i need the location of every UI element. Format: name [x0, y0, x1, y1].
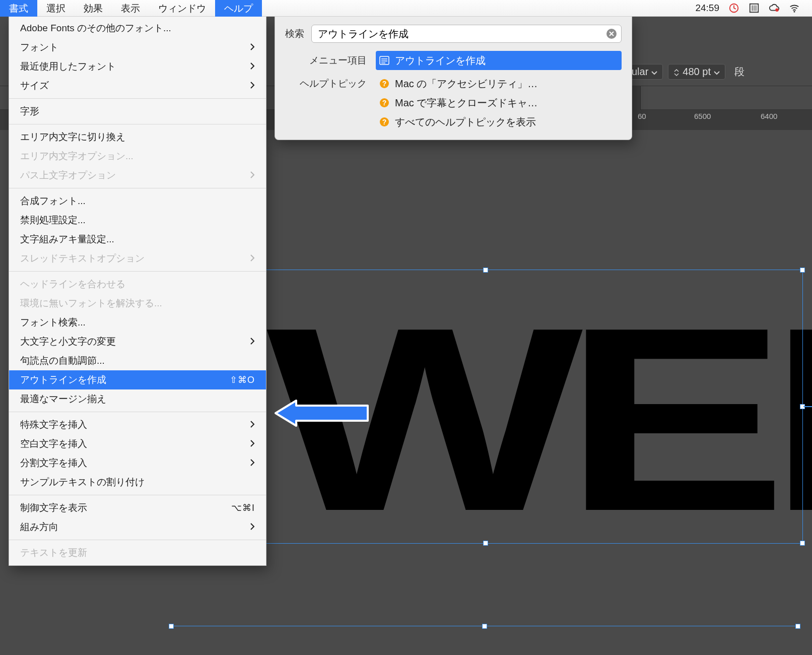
- chevron-right-icon: [250, 80, 255, 91]
- menu-item[interactable]: 最近使用したフォント: [9, 57, 266, 76]
- menu-item[interactable]: フォント検索...: [9, 313, 266, 332]
- help-result-label: すべてのヘルプトピックを表示: [395, 115, 536, 129]
- menubar-status: 24:59: [695, 3, 812, 14]
- menu-item-label: サイズ: [20, 79, 250, 92]
- wifi-icon[interactable]: [789, 3, 800, 14]
- menu-item[interactable]: フォント: [9, 38, 266, 57]
- menubar-items: 書式選択効果表示ウィンドウヘルプ: [0, 0, 262, 17]
- menu-item-label: フォント: [20, 41, 250, 54]
- menu-item[interactable]: 大文字と小文字の変更: [9, 332, 266, 351]
- help-menu-items-label: メニュー項目: [285, 51, 376, 67]
- menu-item-label: 環境に無いフォントを解決する...: [20, 297, 255, 310]
- menu-item[interactable]: 字形: [9, 102, 266, 121]
- cloud-sync-icon[interactable]: [769, 3, 780, 14]
- menu-item-label: アウトラインを作成: [20, 373, 226, 386]
- menu-item[interactable]: 分割文字を挿入: [9, 453, 266, 473]
- menu-item-label: 特殊文字を挿入: [20, 418, 250, 431]
- menu-item[interactable]: 空白文字を挿入: [9, 434, 266, 453]
- menu-item-label: 文字組みアキ量設定...: [20, 233, 255, 246]
- menu-item-label: 組み方向: [20, 520, 250, 534]
- menu-item: パス上文字オプション: [9, 166, 266, 185]
- menubar-item-選択[interactable]: 選択: [37, 0, 75, 17]
- type-menu-dropdown: Adobe Fonts のその他のフォント...フォント最近使用したフォントサイ…: [9, 17, 266, 566]
- help-search-box[interactable]: [311, 25, 622, 43]
- chevron-right-icon: [250, 253, 255, 264]
- menubar-item-ウィンドウ[interactable]: ウィンドウ: [149, 0, 215, 17]
- menu-item-label: サンプルテキストの割り付け: [20, 476, 255, 489]
- menu-item-label: 大文字と小文字の変更: [20, 335, 250, 348]
- menu-item-label: パス上文字オプション: [20, 169, 250, 182]
- help-menu-results: アウトラインを作成: [376, 51, 622, 70]
- svg-text:?: ?: [382, 80, 387, 88]
- menu-item[interactable]: 最適なマージン揃え: [9, 389, 266, 409]
- menu-item-label: 空白文字を挿入: [20, 437, 250, 450]
- menu-item-label: スレッドテキストオプション: [20, 252, 250, 265]
- menu-item-label: 制御文字を表示: [20, 501, 227, 514]
- help-topic-icon: ?: [379, 97, 390, 108]
- menu-item[interactable]: エリア内文字に切り換え: [9, 127, 266, 147]
- menu-separator: [9, 271, 266, 272]
- menu-item-label: エリア内文字に切り換え: [20, 130, 255, 144]
- menubar-item-書式[interactable]: 書式: [0, 0, 37, 17]
- help-search-input[interactable]: [318, 28, 606, 40]
- chevron-right-icon: [250, 521, 255, 533]
- menu-item-shortcut: ⌥⌘I: [231, 502, 255, 513]
- help-pointer-arrow: [273, 399, 369, 428]
- help-search-panel: 検索 メニュー項目 アウトラインを作成 ヘルプトピック ?Mac の「アクセシビ…: [275, 17, 632, 140]
- help-topics-label: ヘルプトピック: [285, 74, 376, 90]
- menu-item-label: 字形: [20, 105, 255, 118]
- stepper-icon: [672, 68, 681, 76]
- chevron-right-icon: [250, 438, 255, 449]
- help-topic-icon: ?: [379, 116, 390, 127]
- menu-item[interactable]: 組み方向: [9, 517, 266, 537]
- menu-separator: [9, 188, 266, 188]
- menu-item: エリア内文字オプション...: [9, 147, 266, 166]
- menu-separator: [9, 540, 266, 540]
- menu-item-label: フォント検索...: [20, 316, 255, 329]
- menu-item-label: 最適なマージン揃え: [20, 392, 255, 406]
- chevron-down-icon: [713, 68, 721, 76]
- timer-icon[interactable]: [728, 3, 739, 14]
- menu-item-shortcut: ⇧⌘O: [230, 374, 255, 385]
- chevron-right-icon: [250, 61, 255, 72]
- menu-item[interactable]: 制御文字を表示⌥⌘I: [9, 498, 266, 517]
- font-size-field[interactable]: 480 pt: [668, 64, 725, 80]
- menu-item[interactable]: 句読点の自動調節...: [9, 351, 266, 370]
- menu-separator: [9, 98, 266, 99]
- menu-item[interactable]: サイズ: [9, 76, 266, 95]
- input-source-icon[interactable]: [749, 3, 760, 14]
- menu-item-label: エリア内文字オプション...: [20, 150, 255, 163]
- menu-item-label: 分割文字を挿入: [20, 456, 250, 470]
- menu-item[interactable]: 文字組みアキ量設定...: [9, 230, 266, 249]
- font-style-field[interactable]: ular: [627, 64, 663, 80]
- menu-item[interactable]: 特殊文字を挿入: [9, 415, 266, 434]
- menu-item[interactable]: アウトラインを作成⇧⌘O: [9, 370, 266, 389]
- menu-item-label: Adobe Fonts のその他のフォント...: [20, 22, 255, 35]
- chevron-right-icon: [250, 419, 255, 430]
- menubar: 書式選択効果表示ウィンドウヘルプ 24:59: [0, 0, 812, 17]
- menubar-item-ヘルプ[interactable]: ヘルプ: [215, 0, 262, 17]
- menu-item-label: ヘッドラインを合わせる: [20, 278, 255, 291]
- chevron-right-icon: [250, 170, 255, 181]
- help-result-item[interactable]: ?Mac で字幕とクローズドキャ…: [376, 93, 622, 112]
- help-result-label: Mac の「アクセシビリティ」…: [395, 77, 537, 91]
- menu-item: スレッドテキストオプション: [9, 249, 266, 268]
- menu-item-label: テキストを更新: [20, 546, 255, 559]
- help-result-item[interactable]: ?すべてのヘルプトピックを表示: [376, 112, 622, 132]
- clear-icon[interactable]: [606, 28, 617, 39]
- chevron-right-icon: [250, 457, 255, 469]
- help-result-item[interactable]: ?Mac の「アクセシビリティ」…: [376, 74, 622, 93]
- menu-item[interactable]: 禁則処理設定...: [9, 211, 266, 230]
- menubar-item-効果[interactable]: 効果: [75, 0, 112, 17]
- menu-item[interactable]: サンプルテキストの割り付け: [9, 473, 266, 492]
- help-result-item[interactable]: アウトラインを作成: [376, 51, 622, 70]
- menu-separator: [9, 495, 266, 495]
- menu-item-label: 最近使用したフォント: [20, 60, 250, 73]
- help-result-label: アウトラインを作成: [395, 54, 486, 68]
- menu-item[interactable]: Adobe Fonts のその他のフォント...: [9, 19, 266, 38]
- menu-item: ヘッドラインを合わせる: [9, 275, 266, 294]
- paragraph-label: 段: [734, 65, 745, 79]
- menubar-item-表示[interactable]: 表示: [112, 0, 149, 17]
- help-search-label: 検索: [285, 27, 304, 40]
- menu-item[interactable]: 合成フォント...: [9, 191, 266, 211]
